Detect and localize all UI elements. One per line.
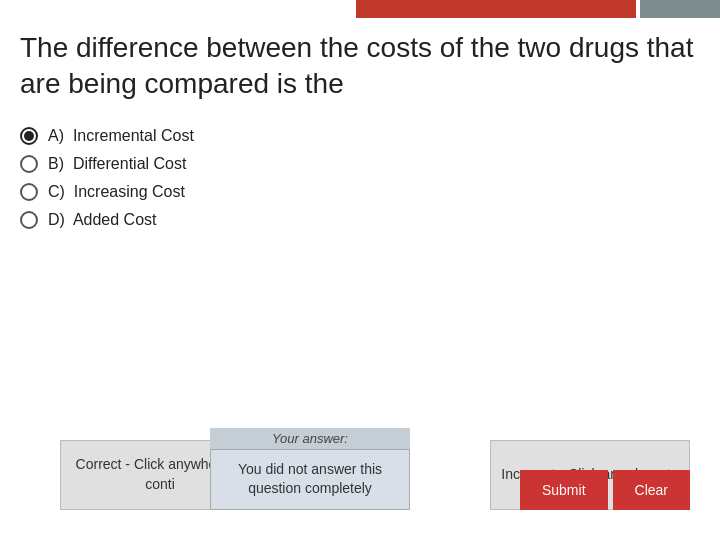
radio-c[interactable] [20, 183, 38, 201]
option-c-label: C) Increasing Cost [48, 183, 185, 201]
top-bar-red [356, 0, 636, 18]
top-bar-dark [640, 0, 720, 18]
option-b-label: B) Differential Cost [48, 155, 186, 173]
submit-button[interactable]: Submit [520, 470, 608, 510]
answer-options: A) Incremental Cost B) Differential Cost… [20, 127, 700, 229]
radio-b[interactable] [20, 155, 38, 173]
main-content: The difference between the costs of the … [20, 20, 700, 520]
top-decoration [0, 0, 720, 18]
option-c[interactable]: C) Increasing Cost [20, 183, 700, 201]
radio-a[interactable] [20, 127, 38, 145]
option-a[interactable]: A) Incremental Cost [20, 127, 700, 145]
your-answer-content: You did not answer this question complet… [210, 449, 410, 510]
option-b[interactable]: B) Differential Cost [20, 155, 700, 173]
feedback-wrapper: Correct - Click anywhere to conti Incorr… [60, 440, 690, 510]
question-text: The difference between the costs of the … [20, 30, 700, 103]
buttons-row: Submit Clear [520, 470, 690, 510]
option-d-label: D) Added Cost [48, 211, 157, 229]
option-a-label: A) Incremental Cost [48, 127, 194, 145]
clear-button[interactable]: Clear [613, 470, 690, 510]
your-answer-overlay: Your answer: You did not answer this que… [210, 428, 410, 510]
radio-d[interactable] [20, 211, 38, 229]
option-d[interactable]: D) Added Cost [20, 211, 700, 229]
your-answer-tab: Your answer: [210, 428, 410, 449]
